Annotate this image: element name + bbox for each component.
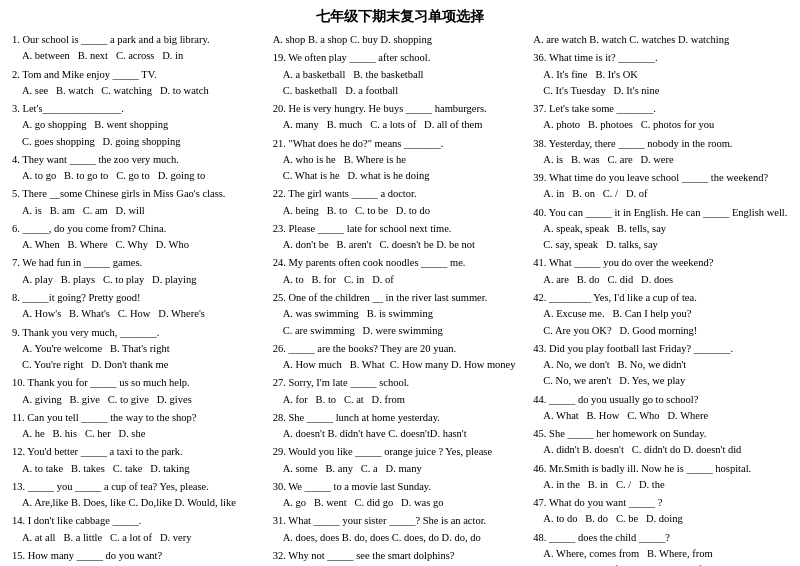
question: 46. Mr.Smith is badly ill. Now he is ___… <box>533 461 788 494</box>
question: 25. One of the children __ in the river … <box>273 290 528 339</box>
question-text: 22. The girl wants _____ a doctor. <box>273 186 528 202</box>
question-options: A. play B. plays C. to play D. playing <box>22 272 267 288</box>
question: 13. _____ you _____ a cup of tea? Yes, p… <box>12 479 267 512</box>
question-text: 25. One of the children __ in the river … <box>273 290 528 306</box>
question-text: 1. Our school is _____ a park and a big … <box>12 32 267 48</box>
question: 27. Sorry, I'm late _____ school.A. for … <box>273 375 528 408</box>
question-text: 48. _____ does the child _____? <box>533 530 788 546</box>
question: 19. We often play _____ after school.A. … <box>273 50 528 99</box>
question-options: A. What B. How C. Who D. Where <box>543 408 788 424</box>
question: 14. I don't like cabbage _____.A. at all… <box>12 513 267 546</box>
question-options: A. are B. do C. did D. does <box>543 272 788 288</box>
question: 38. Yesterday, there _____ nobody in the… <box>533 136 788 169</box>
question: 37. Let's take some _______.A. photo B. … <box>533 101 788 134</box>
question-text: A. shop B. a shop C. buy D. shopping <box>273 32 528 48</box>
question-text: A. are watch B. watch C. watches D. watc… <box>533 32 788 48</box>
question-text: 2. Tom and Mike enjoy _____ TV. <box>12 67 267 83</box>
question-options: A. didn't B. doesn't C. didn't do D. doe… <box>543 442 788 458</box>
question-text: 43. Did you play football last Friday? _… <box>533 341 788 357</box>
question: 48. _____ does the child _____?A. Where,… <box>533 530 788 566</box>
question-text: 10. Thank you for _____ us so much help. <box>12 375 267 391</box>
question-options: A. is B. was C. are D. were <box>543 152 788 168</box>
question-text: 31. What _____ your sister _____? She is… <box>273 513 528 529</box>
question: 29. Would you like _____ orange juice ? … <box>273 444 528 477</box>
question-text: 47. What do you want _____ ? <box>533 495 788 511</box>
question: 9. Thank you very much, _______.A. You'r… <box>12 325 267 374</box>
question-options: A. to take B. takes C. take D. taking <box>22 461 267 477</box>
question: 2. Tom and Mike enjoy _____ TV.A. see B.… <box>12 67 267 100</box>
question: 47. What do you want _____ ?A. to do B. … <box>533 495 788 528</box>
column-3: A. are watch B. watch C. watches D. watc… <box>533 32 788 566</box>
question: 5. There __some Chinese girls in Miss Ga… <box>12 186 267 219</box>
question-options: A. don't be B. aren't C. doesn't be D. b… <box>283 237 528 253</box>
question-options: A. a basketball B. the basketball C. bas… <box>283 67 528 100</box>
question-options: A. to do B. do C. be D. doing <box>543 511 788 527</box>
question-text: 28. She _____ lunch at home yesterday. <box>273 410 528 426</box>
question-options: A. giving B. give C. to give D. gives <box>22 392 267 408</box>
question: 7. We had fun in _____ games.A. play B. … <box>12 255 267 288</box>
question-text: 29. Would you like _____ orange juice ? … <box>273 444 528 460</box>
question: 12. You'd better _____ a taxi to the par… <box>12 444 267 477</box>
question-text: 42. ________ Yes, I'd like a cup of tea. <box>533 290 788 306</box>
question-text: 14. I don't like cabbage _____. <box>12 513 267 529</box>
question-text: 40. You can _____ it in English. He can … <box>533 205 788 221</box>
question: 3. Let's_______________.A. go shopping B… <box>12 101 267 150</box>
question-text: 9. Thank you very much, _______. <box>12 325 267 341</box>
question-options: A. You're welcome B. That's right C. You… <box>22 341 267 374</box>
question: 41. What _____ you do over the weekend?A… <box>533 255 788 288</box>
question-options: A. Where, comes from B. Where, from C. W… <box>543 546 788 566</box>
question-options: A. It's fine B. It's OK C. It's Tuesday … <box>543 67 788 100</box>
question: 36. What time is it? _______.A. It's fin… <box>533 50 788 99</box>
question-options: A. does, does B. do, does C. does, do D.… <box>283 530 528 546</box>
question-options: A. he B. his C. her D. she <box>22 426 267 442</box>
question: A. are watch B. watch C. watches D. watc… <box>533 32 788 48</box>
question: 23. Please _____ late for school next ti… <box>273 221 528 254</box>
question: 31. What _____ your sister _____? She is… <box>273 513 528 546</box>
question: 4. They want _____ the zoo very much.A. … <box>12 152 267 185</box>
question-options: A. some B. any C. a D. many <box>283 461 528 477</box>
question: 22. The girl wants _____ a doctor.A. bei… <box>273 186 528 219</box>
question: 21. "What does he do?" means _______.A. … <box>273 136 528 185</box>
question-options: A. speak, speak B. tells, say C. say, sp… <box>543 221 788 254</box>
question-options: A. doesn't B. didn't have C. doesn'tD. h… <box>283 426 528 442</box>
question-options: A. Excuse me. B. Can I help you? C. Are … <box>543 306 788 339</box>
question-options: A. to go B. to go to C. go to D. going t… <box>22 168 267 184</box>
column-1: 1. Our school is _____ a park and a big … <box>12 32 267 566</box>
question-text: 44. _____ do you usually go to school? <box>533 392 788 408</box>
column-2: A. shop B. a shop C. buy D. shopping19. … <box>273 32 528 566</box>
question-text: 21. "What does he do?" means _______. <box>273 136 528 152</box>
question-options: A. for B. to C. at D. from <box>283 392 528 408</box>
question-text: 26. _____ are the books? They are 20 yua… <box>273 341 528 357</box>
question-text: 46. Mr.Smith is badly ill. Now he is ___… <box>533 461 788 477</box>
question: 28. She _____ lunch at home yesterday.A.… <box>273 410 528 443</box>
question-options: A. in B. on C. / D. of <box>543 186 788 202</box>
question-text: 30. We _____ to a movie last Sunday. <box>273 479 528 495</box>
question-text: 38. Yesterday, there _____ nobody in the… <box>533 136 788 152</box>
question-text: 12. You'd better _____ a taxi to the par… <box>12 444 267 460</box>
question: 43. Did you play football last Friday? _… <box>533 341 788 390</box>
question-options: A. How's B. What's C. How D. Where's <box>22 306 267 322</box>
question-text: 20. He is very hungry. He buys _____ ham… <box>273 101 528 117</box>
question-text: 36. What time is it? _______. <box>533 50 788 66</box>
question-text: 4. They want _____ the zoo very much. <box>12 152 267 168</box>
question-text: 37. Let's take some _______. <box>533 101 788 117</box>
question-options: A. being B. to C. to be D. to do <box>283 203 528 219</box>
question: 32. Why not _____ see the smart dolphins… <box>273 548 528 566</box>
question-options: A. is B. am C. am D. will <box>22 203 267 219</box>
question-options: A. see B. watch C. watching D. to watch <box>22 83 267 99</box>
question: 10. Thank you for _____ us so much help.… <box>12 375 267 408</box>
question-options: A. between B. next C. across D. in <box>22 48 267 64</box>
question-options: A. go B. went C. did go D. was go <box>283 495 528 511</box>
question-text: 45. She _____ her homework on Sunday. <box>533 426 788 442</box>
question-options: A. photo B. photoes C. photos for you <box>543 117 788 133</box>
question: 30. We _____ to a movie last Sunday.A. g… <box>273 479 528 512</box>
question-text: 6. _____, do you come from? China. <box>12 221 267 237</box>
question-text: 3. Let's_______________. <box>12 101 267 117</box>
question: 8. _____it going? Pretty good!A. How's B… <box>12 290 267 323</box>
question: 11. Can you tell _____ the way to the sh… <box>12 410 267 443</box>
question: 26. _____ are the books? They are 20 yua… <box>273 341 528 374</box>
question-options: A. at all B. a little C. a lot of D. ver… <box>22 530 267 546</box>
question-options: A. many B. much C. a lots of D. all of t… <box>283 117 528 133</box>
question-text: 24. My parents often cook noodles _____ … <box>273 255 528 271</box>
question-options: A. to B. for C. in D. of <box>283 272 528 288</box>
